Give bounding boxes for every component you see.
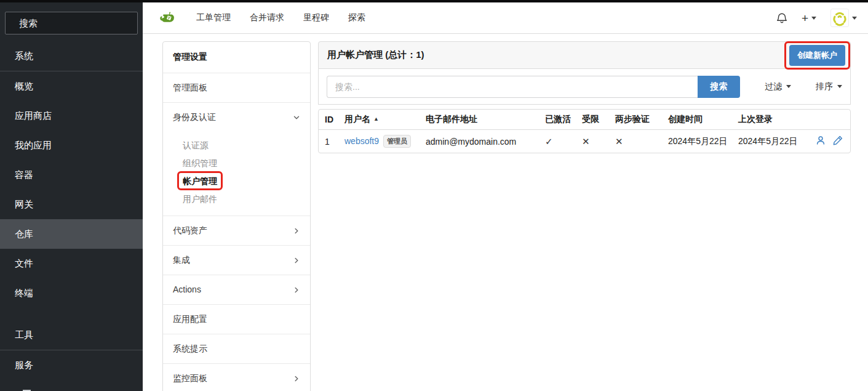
gitea-logo-icon[interactable] bbox=[159, 10, 175, 26]
col-header-last-login: 上次登录 bbox=[732, 110, 808, 130]
cell-last-login: 2024年5月22日 bbox=[732, 130, 808, 153]
admin-badge: 管理员 bbox=[383, 135, 411, 148]
sidebar-item-appstore[interactable]: 应用商店 bbox=[0, 101, 143, 131]
sidebar-item-overview[interactable]: 概览 bbox=[0, 71, 143, 101]
menu-item-label: 系统提示 bbox=[173, 343, 207, 355]
cell-restricted: ✕ bbox=[576, 130, 609, 153]
user-accounts-table: ID 用户名▲ 电子邮件地址 已激活 受限 两步验证 创建时间 上次登录 1 w… bbox=[318, 109, 851, 153]
search-button[interactable]: 搜索 bbox=[698, 76, 740, 98]
cell-actions bbox=[808, 130, 850, 153]
nav-item-pull-requests[interactable]: 合并请求 bbox=[250, 12, 284, 23]
nav-item-issues[interactable]: 工单管理 bbox=[196, 12, 231, 23]
filter-label: 过滤 bbox=[765, 81, 782, 92]
top-navbar: 工单管理 合并请求 里程碑 探索 + bbox=[143, 2, 868, 34]
user-search-input[interactable] bbox=[327, 76, 698, 98]
left-sidebar: 系统 概览 应用商店 我的应用 容器 网关 仓库 文件 终端 工具 服务 bbox=[0, 0, 143, 391]
caret-down-icon bbox=[852, 17, 857, 20]
sort-label: 排序 bbox=[816, 81, 833, 92]
chevron-right-icon bbox=[293, 286, 300, 294]
chevron-right-icon bbox=[293, 375, 300, 382]
submenu-item-organizations[interactable]: 组织管理 bbox=[163, 155, 310, 172]
chevron-down-icon bbox=[293, 114, 300, 121]
menu-item-label: 应用配置 bbox=[173, 313, 207, 325]
cell-email: admin@mydomain.com bbox=[420, 130, 539, 153]
menu-item-label: 身份及认证 bbox=[173, 111, 216, 123]
menu-item-label: 集成 bbox=[173, 254, 190, 266]
cell-activated: ✓ bbox=[539, 130, 576, 153]
view-user-icon[interactable] bbox=[816, 135, 826, 145]
sidebar-search-input[interactable] bbox=[18, 17, 143, 29]
col-header-actions bbox=[808, 110, 850, 130]
submenu-item-auth-sources[interactable]: 认证源 bbox=[163, 137, 310, 155]
caret-down-icon bbox=[811, 17, 816, 20]
sidebar-item-tools[interactable]: 工具 bbox=[0, 321, 143, 350]
create-new-dropdown[interactable]: + bbox=[802, 12, 816, 24]
menu-item-label: 管理面板 bbox=[173, 82, 207, 94]
cross-icon: ✕ bbox=[582, 136, 590, 147]
cell-created: 2024年5月22日 bbox=[662, 130, 732, 153]
nav-item-explore[interactable]: 探索 bbox=[348, 12, 365, 23]
submenu-item-user-accounts[interactable]: 帐户管理 bbox=[163, 172, 310, 190]
cell-2fa: ✕ bbox=[609, 130, 662, 153]
menu-item-label: 代码资产 bbox=[173, 225, 207, 236]
col-header-id: ID bbox=[319, 110, 338, 130]
table-row: 1 websoft9管理员 admin@mydomain.com ✓ ✕ ✕ 2… bbox=[319, 130, 850, 153]
submenu-item-label: 帐户管理 bbox=[183, 176, 217, 186]
caret-down-icon bbox=[786, 85, 791, 88]
menu-item-app-config[interactable]: 应用配置 bbox=[163, 304, 310, 334]
chevron-right-icon bbox=[293, 227, 300, 235]
create-account-button[interactable]: 创建新帐户 bbox=[789, 45, 845, 66]
menu-item-identity-auth[interactable]: 身份及认证 bbox=[163, 102, 310, 132]
sort-ascending-icon: ▲ bbox=[373, 116, 379, 122]
sidebar-item-repository[interactable]: 仓库 bbox=[0, 219, 143, 249]
notifications-bell-icon[interactable] bbox=[776, 12, 787, 24]
navbar-right: + bbox=[776, 9, 857, 27]
chevron-right-icon bbox=[293, 257, 300, 264]
sidebar-item-files[interactable]: 文件 bbox=[0, 249, 143, 278]
search-bar-segment: 搜索 过滤 排序 bbox=[318, 69, 851, 105]
cross-icon: ✕ bbox=[615, 136, 623, 147]
sidebar-item-gateway[interactable]: 网关 bbox=[0, 190, 143, 219]
submenu-item-user-emails[interactable]: 用户邮件 bbox=[163, 190, 310, 208]
cell-id: 1 bbox=[319, 130, 338, 153]
sidebar-search-box[interactable] bbox=[5, 12, 138, 34]
cell-username: websoft9管理员 bbox=[338, 130, 420, 153]
nav-item-milestones[interactable]: 里程碑 bbox=[303, 12, 329, 23]
admin-menu-title: 管理设置 bbox=[163, 42, 310, 73]
check-icon: ✓ bbox=[545, 136, 553, 147]
menu-item-label: Actions bbox=[173, 284, 201, 296]
edit-user-icon[interactable] bbox=[833, 135, 843, 145]
menu-item-integrations[interactable]: 集成 bbox=[163, 245, 310, 275]
sort-dropdown[interactable]: 排序 bbox=[816, 81, 842, 92]
menu-item-actions[interactable]: Actions bbox=[163, 275, 310, 304]
plus-icon: + bbox=[802, 12, 808, 24]
user-menu-dropdown[interactable] bbox=[830, 9, 857, 27]
admin-settings-menu: 管理设置 管理面板 身份及认证 认证源 组织管理 帐户管理 用户邮件 代码资产 … bbox=[162, 41, 311, 391]
col-header-2fa: 两步验证 bbox=[609, 110, 662, 130]
menu-item-label: 监控面板 bbox=[173, 373, 207, 384]
user-accounts-header: 用户帐户管理 (总计：1) 创建新帐户 bbox=[318, 41, 851, 69]
identity-submenu: 认证源 组织管理 帐户管理 用户邮件 bbox=[163, 132, 310, 216]
menu-item-admin-dashboard[interactable]: 管理面板 bbox=[163, 73, 310, 102]
menu-item-monitoring[interactable]: 监控面板 bbox=[163, 363, 310, 391]
page-title: 用户帐户管理 (总计：1) bbox=[327, 49, 424, 61]
col-header-activated: 已激活 bbox=[539, 110, 576, 130]
main-content: 用户帐户管理 (总计：1) 创建新帐户 搜索 过滤 排序 ID 用户名▲ bbox=[318, 41, 851, 153]
sidebar-item-system[interactable]: 系统 bbox=[0, 42, 143, 71]
caret-down-icon bbox=[837, 85, 842, 88]
col-header-email: 电子邮件地址 bbox=[420, 110, 539, 130]
col-header-restricted: 受限 bbox=[576, 110, 609, 130]
sidebar-gap bbox=[0, 308, 143, 321]
filter-dropdown[interactable]: 过滤 bbox=[765, 81, 791, 92]
sidebar-item-terminal[interactable]: 终端 bbox=[0, 278, 143, 308]
sidebar-item-containers[interactable]: 容器 bbox=[0, 160, 143, 190]
sidebar-item-services[interactable]: 服务 bbox=[0, 350, 143, 380]
menu-item-system-notices[interactable]: 系统提示 bbox=[163, 334, 310, 363]
username-link[interactable]: websoft9 bbox=[344, 136, 379, 146]
col-header-username[interactable]: 用户名▲ bbox=[338, 110, 420, 130]
sidebar-item-myapps[interactable]: 我的应用 bbox=[0, 131, 143, 160]
menu-item-code-assets[interactable]: 代码资产 bbox=[163, 216, 310, 245]
browser-top-edge bbox=[0, 0, 868, 2]
table-header-row: ID 用户名▲ 电子邮件地址 已激活 受限 两步验证 创建时间 上次登录 bbox=[319, 110, 850, 130]
user-avatar bbox=[830, 9, 849, 27]
